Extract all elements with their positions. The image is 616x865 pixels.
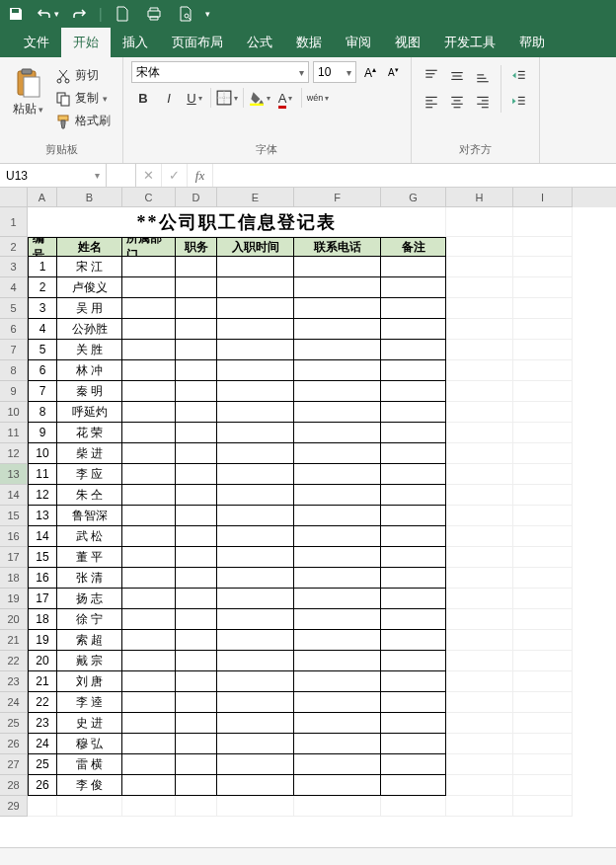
cell[interactable]: 15 [28, 547, 57, 568]
cell[interactable] [294, 381, 381, 402]
tab-开始[interactable]: 开始 [61, 28, 111, 57]
cell[interactable]: 吴 用 [57, 298, 122, 319]
cell[interactable]: 17 [28, 589, 57, 609]
cell[interactable] [446, 609, 513, 630]
cell[interactable] [294, 692, 381, 713]
cell[interactable]: 花 荣 [57, 423, 122, 443]
decrease-indent-button[interactable] [507, 65, 531, 87]
cell[interactable] [513, 609, 573, 630]
cell[interactable] [513, 207, 573, 237]
row-header[interactable]: 23 [0, 671, 28, 692]
cell[interactable] [513, 298, 573, 319]
cell[interactable] [513, 734, 573, 754]
cell[interactable] [381, 651, 446, 671]
cell[interactable] [381, 381, 446, 402]
cell[interactable] [513, 796, 573, 817]
cell[interactable] [176, 319, 217, 340]
row-header[interactable]: 14 [0, 485, 28, 506]
col-header-D[interactable]: D [176, 188, 217, 207]
cell[interactable] [294, 464, 381, 485]
cell[interactable] [176, 298, 217, 319]
cell[interactable] [217, 257, 294, 277]
cell[interactable]: 索 超 [57, 630, 122, 651]
cell[interactable] [217, 775, 294, 796]
cell[interactable] [381, 506, 446, 526]
cell[interactable] [446, 207, 513, 237]
cell[interactable] [122, 547, 176, 568]
cell[interactable] [294, 547, 381, 568]
increase-indent-button[interactable] [507, 91, 531, 113]
cell[interactable] [513, 360, 573, 381]
cell[interactable] [513, 381, 573, 402]
cell[interactable] [122, 630, 176, 651]
cell[interactable] [176, 734, 217, 754]
cell[interactable] [176, 713, 217, 734]
cell[interactable] [294, 754, 381, 775]
cell[interactable]: 26 [28, 775, 57, 796]
row-header[interactable]: 1 [0, 207, 28, 237]
cell[interactable] [381, 796, 446, 817]
cell[interactable] [381, 547, 446, 568]
cell[interactable]: 16 [28, 568, 57, 589]
cell[interactable]: **公司职工信息登记表 [28, 207, 446, 237]
cell[interactable] [122, 402, 176, 423]
cell[interactable] [294, 340, 381, 360]
cell[interactable] [381, 713, 446, 734]
cell[interactable] [217, 609, 294, 630]
cell[interactable]: 11 [28, 464, 57, 485]
cell[interactable] [122, 754, 176, 775]
cell[interactable] [513, 671, 573, 692]
cell[interactable] [217, 526, 294, 547]
cell[interactable] [381, 609, 446, 630]
cell[interactable] [446, 775, 513, 796]
qat-customize[interactable]: ▾ [205, 9, 210, 19]
col-header-A[interactable]: A [28, 188, 57, 207]
cell[interactable] [381, 671, 446, 692]
row-header[interactable]: 18 [0, 568, 28, 589]
cell[interactable] [217, 360, 294, 381]
cell[interactable] [446, 651, 513, 671]
cell[interactable] [217, 651, 294, 671]
cell[interactable] [513, 775, 573, 796]
cell[interactable] [294, 277, 381, 298]
tab-视图[interactable]: 视图 [383, 28, 432, 57]
row-header[interactable]: 25 [0, 713, 28, 734]
cell[interactable] [176, 340, 217, 360]
cell[interactable] [176, 277, 217, 298]
cell[interactable]: 姓名 [57, 237, 122, 257]
cell[interactable] [57, 796, 122, 817]
pinyin-button[interactable]: wén [306, 87, 330, 109]
formula-input[interactable] [213, 164, 616, 187]
cell[interactable] [217, 796, 294, 817]
cell[interactable]: 1 [28, 257, 57, 277]
cell[interactable] [513, 651, 573, 671]
cell[interactable] [294, 713, 381, 734]
row-header[interactable]: 7 [0, 340, 28, 360]
cell[interactable]: 20 [28, 651, 57, 671]
cell[interactable] [446, 277, 513, 298]
cell[interactable] [217, 402, 294, 423]
cell[interactable]: 9 [28, 423, 57, 443]
cell[interactable]: 呼延灼 [57, 402, 122, 423]
cell[interactable] [446, 506, 513, 526]
cell[interactable] [381, 464, 446, 485]
cell[interactable] [176, 609, 217, 630]
cell[interactable]: 6 [28, 360, 57, 381]
cell[interactable] [122, 340, 176, 360]
cell[interactable] [446, 360, 513, 381]
cell[interactable] [176, 547, 217, 568]
cell[interactable] [217, 340, 294, 360]
cell[interactable] [217, 423, 294, 443]
cell[interactable]: 宋 江 [57, 257, 122, 277]
cell[interactable] [176, 506, 217, 526]
cell[interactable] [381, 754, 446, 775]
cell[interactable] [122, 506, 176, 526]
cell[interactable] [294, 630, 381, 651]
cell[interactable]: 李 俊 [57, 775, 122, 796]
name-box[interactable]: U13 [0, 164, 107, 187]
cell[interactable]: 联系电话 [294, 237, 381, 257]
cell[interactable] [217, 713, 294, 734]
format-painter-button[interactable]: 格式刷 [51, 111, 115, 131]
cell[interactable]: 关 胜 [57, 340, 122, 360]
cell[interactable] [381, 589, 446, 609]
